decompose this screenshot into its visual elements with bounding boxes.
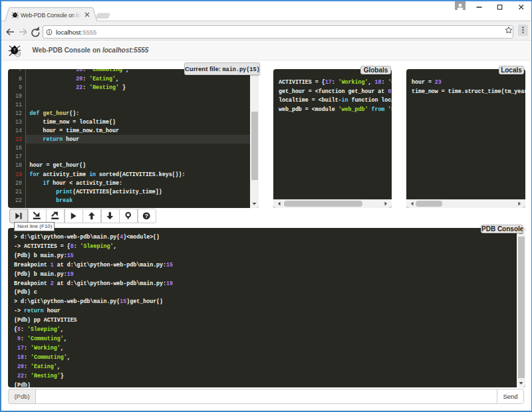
svg-text:?: ? bbox=[145, 213, 149, 219]
